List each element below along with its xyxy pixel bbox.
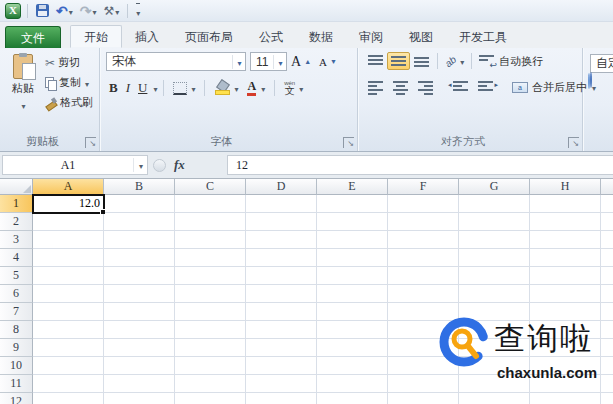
cell-B10[interactable]: [104, 357, 175, 375]
underline-button[interactable]: U: [135, 79, 150, 97]
phonetic-guide-button[interactable]: wén 文: [281, 79, 306, 97]
cell-partial12[interactable]: [601, 393, 613, 404]
cell-C1[interactable]: [175, 195, 246, 213]
redo-button[interactable]: ↷: [78, 2, 99, 20]
increase-indent-button[interactable]: ▸: [474, 78, 497, 96]
number-format-combo[interactable]: 自定义: [590, 54, 613, 73]
cell-D8[interactable]: [246, 321, 317, 339]
row-header-10[interactable]: 10: [0, 357, 33, 375]
cell-C11[interactable]: [175, 375, 246, 393]
tab-file[interactable]: 文件: [5, 26, 61, 48]
cell-partial6[interactable]: [601, 285, 613, 303]
cell-D3[interactable]: [246, 231, 317, 249]
font-color-dropdown-arrow-icon[interactable]: [260, 81, 265, 95]
cell-partial5[interactable]: [601, 267, 613, 285]
undo-button[interactable]: ↶: [54, 2, 75, 20]
borders-dropdown-arrow-icon[interactable]: [190, 81, 195, 95]
cell-D12[interactable]: [246, 393, 317, 404]
decrease-indent-button[interactable]: ◂: [449, 78, 472, 96]
cell-E5[interactable]: [317, 267, 388, 285]
cell-D5[interactable]: [246, 267, 317, 285]
align-top-button[interactable]: [364, 52, 387, 70]
cell-E4[interactable]: [317, 249, 388, 267]
cell-F2[interactable]: [388, 213, 459, 231]
cell-B4[interactable]: [104, 249, 175, 267]
column-header-D[interactable]: D: [246, 179, 317, 195]
cell-B6[interactable]: [104, 285, 175, 303]
cell-partial4[interactable]: [601, 249, 613, 267]
cell-A7[interactable]: [33, 303, 104, 321]
row-header-12[interactable]: 12: [0, 393, 33, 404]
cell-A3[interactable]: [33, 231, 104, 249]
cell-E10[interactable]: [317, 357, 388, 375]
cell-B9[interactable]: [104, 339, 175, 357]
cell-G6[interactable]: [459, 285, 530, 303]
paste-dropdown-arrow-icon[interactable]: [20, 98, 25, 112]
cell-G5[interactable]: [459, 267, 530, 285]
cell-H4[interactable]: [530, 249, 601, 267]
accounting-format-icon[interactable]: [590, 72, 592, 88]
alignment-dialog-launcher-icon[interactable]: [568, 137, 579, 148]
cell-F6[interactable]: [388, 285, 459, 303]
tab-developer[interactable]: 开发工具: [446, 26, 520, 48]
underline-dropdown-arrow-icon[interactable]: [152, 81, 157, 95]
font-color-button[interactable]: A: [243, 80, 268, 97]
cell-G12[interactable]: [459, 393, 530, 404]
tab-view[interactable]: 视图: [396, 26, 446, 48]
cell-C6[interactable]: [175, 285, 246, 303]
cell-C8[interactable]: [175, 321, 246, 339]
cell-A8[interactable]: [33, 321, 104, 339]
cell-D4[interactable]: [246, 249, 317, 267]
qat-more-button[interactable]: [134, 2, 142, 20]
cell-D10[interactable]: [246, 357, 317, 375]
cell-G3[interactable]: [459, 231, 530, 249]
cell-B2[interactable]: [104, 213, 175, 231]
column-header-F[interactable]: F: [388, 179, 459, 195]
row-header-1[interactable]: 1: [0, 195, 33, 213]
cell-A12[interactable]: [33, 393, 104, 404]
copy-dropdown-arrow-icon[interactable]: [84, 76, 89, 90]
cell-D6[interactable]: [246, 285, 317, 303]
row-header-5[interactable]: 5: [0, 267, 33, 285]
borders-button[interactable]: [170, 80, 198, 96]
paste-button[interactable]: 粘贴: [4, 52, 42, 133]
cell-G1[interactable]: [459, 195, 530, 213]
cut-button[interactable]: ✂ 剪切: [42, 54, 96, 71]
cell-H2[interactable]: [530, 213, 601, 231]
row-header-6[interactable]: 6: [0, 285, 33, 303]
row-header-8[interactable]: 8: [0, 321, 33, 339]
cell-F12[interactable]: [388, 393, 459, 404]
fill-color-dropdown-arrow-icon[interactable]: [233, 81, 238, 95]
cell-F5[interactable]: [388, 267, 459, 285]
column-header-H[interactable]: H: [530, 179, 601, 195]
cell-C9[interactable]: [175, 339, 246, 357]
cell-partial3[interactable]: [601, 231, 613, 249]
row-header-7[interactable]: 7: [0, 303, 33, 321]
cell-B5[interactable]: [104, 267, 175, 285]
cell-E11[interactable]: [317, 375, 388, 393]
cell-E12[interactable]: [317, 393, 388, 404]
cell-E9[interactable]: [317, 339, 388, 357]
orientation-dropdown-arrow-icon[interactable]: [459, 54, 464, 68]
cell-B8[interactable]: [104, 321, 175, 339]
customize-tools-button[interactable]: ⚒: [102, 2, 122, 20]
tab-review[interactable]: 审阅: [346, 26, 396, 48]
column-header-E[interactable]: E: [317, 179, 388, 195]
cell-G2[interactable]: [459, 213, 530, 231]
bold-button[interactable]: B: [106, 79, 121, 97]
cell-H5[interactable]: [530, 267, 601, 285]
decrease-font-size-button[interactable]: A▼: [315, 56, 341, 68]
cell-D7[interactable]: [246, 303, 317, 321]
cell-H1[interactable]: [530, 195, 601, 213]
cell-A5[interactable]: [33, 267, 104, 285]
cell-D1[interactable]: [246, 195, 317, 213]
cell-H6[interactable]: [530, 285, 601, 303]
column-header-C[interactable]: C: [175, 179, 246, 195]
cell-C10[interactable]: [175, 357, 246, 375]
undo-dropdown-arrow-icon[interactable]: [68, 4, 73, 18]
cell-B1[interactable]: [104, 195, 175, 213]
excel-logo-icon[interactable]: X: [5, 3, 21, 19]
cell-D2[interactable]: [246, 213, 317, 231]
fill-color-button[interactable]: [211, 80, 241, 96]
column-header-A[interactable]: A: [33, 179, 104, 195]
